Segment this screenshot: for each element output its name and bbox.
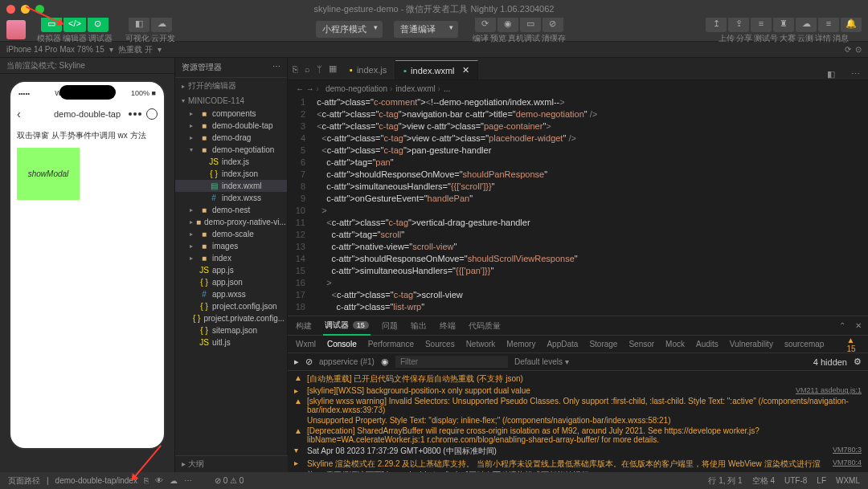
panel-tab-quality[interactable]: 代码质量 xyxy=(467,317,502,335)
file-item[interactable]: { }app.json xyxy=(175,276,287,288)
devtools-tab-audits[interactable]: Audits xyxy=(696,340,719,348)
page-path[interactable]: demo-double-tap/index xyxy=(55,476,137,485)
devtools-tab-performance[interactable]: Performance xyxy=(368,340,414,348)
encoding[interactable]: UTF-8 xyxy=(784,476,807,485)
outline-section[interactable]: ▸ 大纲 xyxy=(175,455,288,472)
console-line: ▸Skyline 渲染模式在 2.29.2 及以上基础库支持。 当前小程序未设置… xyxy=(294,458,862,472)
bottom-panel: 构建 调试器 15 问题 输出 终端 代码质量 ⌃ ✕ WxmlConsoleP… xyxy=(288,316,868,472)
file-item[interactable]: JSindex.js xyxy=(175,156,287,168)
page-title: demo-double-tap xyxy=(54,109,121,119)
search-icon[interactable]: ⌕ xyxy=(305,64,310,74)
editor-tab[interactable]: ▪ index.js xyxy=(342,60,395,79)
console-line: ▲[skyline wxss warning] Invalid Selector… xyxy=(294,396,862,415)
devtools-tab-storage[interactable]: Storage xyxy=(589,340,617,348)
devtools-tab-wxml[interactable]: Wxml xyxy=(296,340,316,348)
page-path-label: 页面路径 xyxy=(8,475,40,487)
file-item[interactable]: #index.wxss xyxy=(175,192,287,204)
file-item[interactable]: JSapp.js xyxy=(175,264,287,276)
git-icon[interactable]: ᛘ xyxy=(317,64,322,74)
devtools-tab-sourcemap[interactable]: sourcemap xyxy=(784,340,824,348)
levels-select[interactable]: Default levels ▾ xyxy=(514,357,569,366)
language-mode[interactable]: WXML xyxy=(836,476,860,485)
folder-item[interactable]: ▸■images xyxy=(175,240,287,252)
console-line: Unsupported Property. Style Text: "displ… xyxy=(294,415,862,426)
devtools-tab-appdata[interactable]: AppData xyxy=(547,340,578,348)
back-icon[interactable]: ‹ xyxy=(17,108,21,120)
device-select[interactable]: iPhone 14 Pro Max 78% 15 xyxy=(6,45,104,54)
devtools-tab-sensor[interactable]: Sensor xyxy=(628,340,654,348)
folder-item[interactable]: ▸■demo-nest xyxy=(175,204,287,216)
mode-select[interactable]: 小程序模式 xyxy=(316,21,383,38)
folder-item[interactable]: ▾■demo-negotiation xyxy=(175,144,287,156)
devtools-tab-mock[interactable]: Mock xyxy=(665,340,685,348)
more-icon[interactable]: ⊙ xyxy=(855,45,862,54)
file-item[interactable]: #app.wxss xyxy=(175,288,287,300)
folder-item[interactable]: ▸■demo-drag xyxy=(175,132,287,144)
panel-close-icon[interactable]: ✕ xyxy=(855,321,862,330)
file-item[interactable]: { }sitemap.json xyxy=(175,324,287,336)
indent-setting[interactable]: 空格 4 xyxy=(752,475,775,487)
opened-editors-section[interactable]: 打开的编辑器 xyxy=(175,78,287,94)
context-select[interactable]: appservice (#1) xyxy=(319,357,375,366)
file-item[interactable]: { }index.json xyxy=(175,168,287,180)
console-clear-icon[interactable]: ⊘ xyxy=(305,357,313,367)
editor-more-icon[interactable]: ⋯ xyxy=(843,69,868,79)
window-title: skyline-gesture-demo - 微信开发者工具 Nightly 1… xyxy=(314,3,555,15)
project-root[interactable]: MINICODE-114 xyxy=(175,94,287,108)
file-item[interactable]: JSuitl.js xyxy=(175,336,287,348)
panel-tab-output[interactable]: 输出 xyxy=(409,317,428,335)
content-text: 双击弹窗 从手势事件中调用 wx 方法 xyxy=(17,130,158,141)
hot-reload-toggle[interactable]: 热重载 开 xyxy=(118,44,153,55)
folder-item[interactable]: ▸■demo-scale xyxy=(175,228,287,240)
ext-icon[interactable]: ▦ xyxy=(329,63,337,74)
eol[interactable]: LF xyxy=(817,476,826,485)
panel-tab-terminal[interactable]: 终端 xyxy=(438,317,457,335)
close-window-icon[interactable] xyxy=(6,5,15,14)
folder-item[interactable]: ▸■components xyxy=(175,108,287,120)
devtools-tab-sources[interactable]: Sources xyxy=(425,340,455,348)
show-modal-button[interactable]: showModal xyxy=(17,148,80,200)
file-item[interactable]: ▤index.wxml xyxy=(175,180,287,192)
path-eye-icon[interactable]: 👁 xyxy=(155,476,163,485)
folder-item[interactable]: ▸■demo-proxy-native-vi... xyxy=(175,216,287,228)
explorer-icon[interactable]: ⎘ xyxy=(293,64,298,74)
console-line: ▲[Deprecation] SharedArrayBuffer will re… xyxy=(294,426,862,445)
panel-maximize-icon[interactable]: ⌃ xyxy=(839,321,845,330)
simulator-panel: 当前渲染模式: Skyline •••••WeChat 100% ■ ‹ dem… xyxy=(0,58,175,472)
panel-tab-problems[interactable]: 问题 xyxy=(380,317,399,335)
problem-counters[interactable]: ⊘ 0 ⚠ 0 xyxy=(215,476,244,485)
folder-item[interactable]: ▸■demo-double-tap xyxy=(175,120,287,132)
explorer-more-icon[interactable]: ⋯ xyxy=(272,62,280,73)
refresh-icon[interactable]: ⟳ xyxy=(845,45,851,54)
path-cloud-icon[interactable]: ☁ xyxy=(170,476,178,485)
console-filter-input[interactable] xyxy=(395,356,508,368)
capsule-button[interactable] xyxy=(129,108,158,120)
console-settings-icon[interactable]: ⚙ xyxy=(854,357,862,367)
split-editor-icon[interactable]: ◧ xyxy=(819,69,843,79)
explorer-title: 资源管理器 xyxy=(182,62,222,73)
devtools-tab-memory[interactable]: Memory xyxy=(506,340,535,348)
file-item[interactable]: { }project.config.json xyxy=(175,300,287,312)
console-line: ▸[skyline][WXSS] background-position-x o… xyxy=(294,385,862,396)
devtools-tab-vulnerability[interactable]: Vulnerability xyxy=(730,340,773,348)
compile-select[interactable]: 普通编译 xyxy=(394,21,458,38)
console-line: ▾Sat Apr 08 2023 17:37:29 GMT+0800 (中国标准… xyxy=(294,445,862,458)
breadcrumb[interactable]: ← → demo-negotiation index.wxml ... xyxy=(288,80,868,96)
console-sidebar-icon[interactable]: ▸ xyxy=(294,357,299,367)
panel-tab-build[interactable]: 构建 xyxy=(294,317,313,335)
devtools-tab-network[interactable]: Network xyxy=(466,340,496,348)
editor-tab[interactable]: ▪ index.wxml ✕ xyxy=(395,60,477,79)
phone-simulator[interactable]: •••••WeChat 100% ■ ‹ demo-double-tap 双击弹… xyxy=(9,80,166,450)
path-copy-icon[interactable]: ⎘ xyxy=(144,476,149,485)
folder-item[interactable]: ▸■index xyxy=(175,252,287,264)
titlebar: skyline-gesture-demo - 微信开发者工具 Nightly 1… xyxy=(0,0,868,18)
user-avatar[interactable] xyxy=(6,20,26,39)
warning-count[interactable]: ▲ 15 xyxy=(846,336,855,353)
hidden-count[interactable]: 4 hidden xyxy=(813,357,847,367)
panel-tab-debugger[interactable]: 调试器 15 xyxy=(323,316,371,336)
devtools-tab-console[interactable]: Console xyxy=(327,340,357,348)
console-output[interactable]: ▲[自动热重载] 已开启代码文件保存后自动热重载 (不支持 json)▸[sky… xyxy=(288,371,868,472)
file-item[interactable]: { }project.private.config... xyxy=(175,312,287,324)
cursor-position[interactable]: 行 1, 列 1 xyxy=(708,475,742,487)
phone-notch xyxy=(59,85,116,100)
